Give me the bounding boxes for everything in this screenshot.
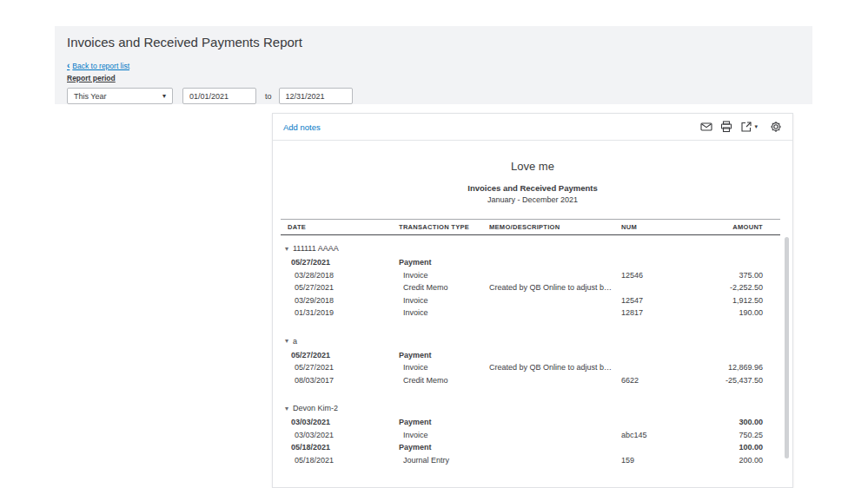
cell-num (620, 256, 699, 269)
page-title: Invoices and Received Payments Report (67, 35, 812, 49)
table-row[interactable]: 05/27/2021Payment (281, 256, 780, 269)
table-row[interactable]: 05/18/2021Journal Entry159200.00 (281, 454, 780, 467)
cell-amount: 1,912.50 (699, 294, 780, 307)
cell-date: 03/03/2021 (281, 416, 392, 429)
report-period-label: Report period (67, 74, 812, 82)
collapse-caret-icon[interactable]: ▾ (285, 337, 288, 345)
email-icon[interactable] (700, 121, 712, 133)
cell-date: 03/28/2018 (281, 269, 392, 282)
group-header-row[interactable]: ▾Devon Kim-2 (281, 404, 780, 412)
group-header-row[interactable]: ▾111111 AAAA (281, 244, 780, 253)
report-card: Add notes (272, 113, 793, 488)
cell-memo (489, 454, 620, 467)
cell-memo (489, 307, 620, 320)
table-row[interactable]: 05/27/2021Payment (281, 349, 780, 362)
cell-date: 01/31/2019 (281, 307, 392, 320)
table-row[interactable]: 05/27/2021InvoiceCreated by QB Online to… (281, 361, 780, 374)
cell-type: Credit Memo (392, 374, 489, 387)
group-header-row[interactable]: ▾a (281, 337, 780, 346)
cell-date: 05/18/2021 (281, 454, 392, 467)
group-spacer (281, 386, 780, 395)
cell-amount: 375.00 (699, 269, 780, 282)
add-notes-link[interactable]: Add notes (283, 122, 321, 132)
group-spacer (281, 320, 780, 328)
cell-date: 08/03/2017 (281, 374, 392, 387)
cell-num: 12547 (620, 294, 699, 307)
cell-amount: -2,252.50 (699, 281, 780, 294)
column-header-amount: AMOUNT (699, 223, 780, 231)
report-heading: Love me Invoices and Received Payments J… (273, 160, 792, 204)
print-icon[interactable] (720, 121, 732, 133)
cell-type: Invoice (392, 294, 489, 307)
table-body: ▾111111 AAAA05/27/2021Payment03/28/2018I… (281, 244, 780, 475)
cell-date: 03/03/2021 (281, 429, 392, 442)
cell-memo (489, 269, 620, 282)
cell-type: Payment (392, 416, 489, 429)
cell-memo: Created by QB Online to adjust balan... (489, 361, 620, 374)
cell-memo (489, 349, 620, 362)
table-row[interactable]: 03/29/2018Invoice125471,912.50 (281, 294, 780, 307)
export-icon[interactable]: ▾ (740, 121, 758, 133)
collapse-caret-icon[interactable]: ▾ (285, 405, 288, 412)
group-name: a (293, 337, 297, 346)
table-row[interactable]: 03/28/2018Invoice12546375.00 (281, 269, 780, 282)
cell-num (620, 281, 699, 294)
report-period-selected-value: This Year (74, 92, 107, 101)
cell-memo: Created by QB Online to adjust balan... (489, 281, 620, 294)
select-caret-icon: ▾ (162, 92, 166, 100)
cell-amount (699, 256, 780, 269)
column-header-memo: MEMO/DESCRIPTION (489, 223, 620, 231)
settings-gear-icon[interactable] (770, 121, 782, 133)
cell-type: Journal Entry (392, 454, 489, 467)
cell-date: 05/18/2021 (281, 441, 392, 454)
column-header-type: TRANSACTION TYPE (392, 223, 489, 231)
table-row[interactable]: 05/27/2021Credit MemoCreated by QB Onlin… (281, 281, 780, 294)
cell-date: 05/27/2021 (281, 256, 392, 269)
back-chevron-icon: ‹ (67, 63, 70, 69)
cell-memo (489, 416, 620, 429)
table-row[interactable]: 03/03/2021Payment300.00 (281, 416, 780, 429)
table-row[interactable]: 03/03/2021Invoiceabc145750.25 (281, 429, 780, 442)
start-date-input[interactable] (182, 88, 256, 104)
cell-type: Invoice (392, 307, 489, 320)
report-period-text: January - December 2021 (273, 195, 792, 204)
cell-amount: 100.00 (699, 441, 780, 454)
cell-date: 03/29/2018 (281, 294, 392, 307)
cell-type: Payment (392, 256, 489, 269)
back-to-report-list-link[interactable]: ‹Back to report list (67, 62, 129, 70)
cell-type: Payment (392, 349, 489, 362)
cell-memo (489, 429, 620, 442)
cell-num: 6622 (620, 374, 699, 387)
cell-memo (489, 441, 620, 454)
report-period-select[interactable]: This Year ▾ (67, 88, 173, 104)
cell-num: abc145 (620, 429, 699, 442)
group-name: Devon Kim-2 (293, 404, 338, 412)
cell-num (620, 416, 699, 429)
table-row[interactable]: 08/03/2017Credit Memo6622-25,437.50 (281, 374, 780, 387)
group-name: 111111 AAAA (293, 244, 339, 253)
to-label: to (265, 92, 272, 101)
cell-date: 05/27/2021 (281, 349, 392, 362)
toolbar-icons: ▾ (700, 121, 782, 133)
back-link-label: Back to report list (72, 62, 129, 70)
table-row[interactable]: 05/18/2021Payment100.00 (281, 441, 780, 454)
cell-num: 159 (620, 454, 699, 467)
cell-memo (489, 294, 620, 307)
cell-type: Invoice (392, 429, 489, 442)
cell-num (620, 441, 699, 454)
cell-amount: 190.00 (699, 307, 780, 320)
cell-num: 12817 (620, 307, 699, 320)
cell-date: 05/27/2021 (281, 361, 392, 374)
column-header-num: NUM (620, 223, 699, 231)
end-date-input[interactable] (279, 88, 353, 104)
collapse-caret-icon[interactable]: ▾ (285, 245, 288, 253)
cell-type: Credit Memo (392, 281, 489, 294)
table-row[interactable]: 01/31/2019Invoice12817190.00 (281, 307, 780, 320)
column-header-date: DATE (281, 223, 392, 231)
report-period-controls: This Year ▾ to (67, 88, 812, 104)
cell-amount: -25,437.50 (699, 374, 780, 387)
vertical-scrollbar[interactable] (785, 237, 789, 458)
cell-num (620, 349, 699, 362)
cell-amount: 300.00 (699, 416, 780, 429)
cell-type: Invoice (392, 361, 489, 374)
